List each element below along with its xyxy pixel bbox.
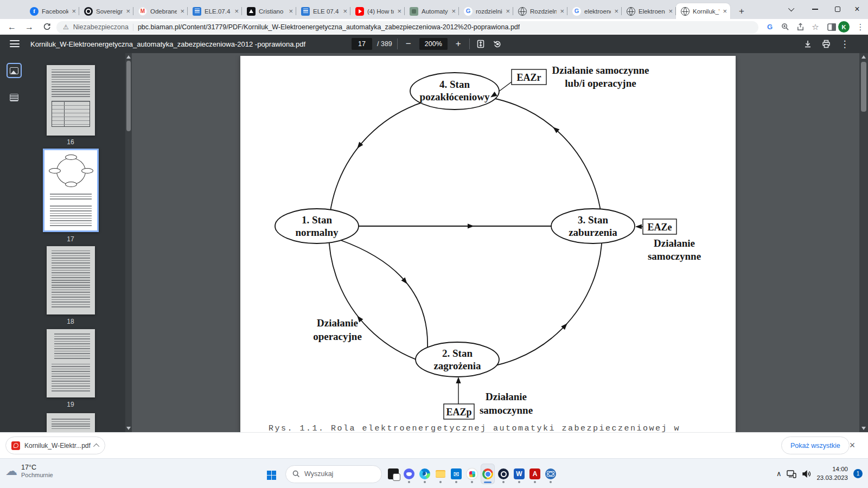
window-minimize-button[interactable] [804, 0, 826, 18]
tab-close-icon[interactable]: × [397, 8, 401, 15]
pdf-more-options-icon[interactable]: ⋮ [839, 38, 851, 50]
print-icon[interactable] [820, 38, 832, 50]
tab-title: Korniluk_W [693, 8, 719, 15]
browser-tab[interactable]: rozdzielnie × [459, 3, 513, 19]
taskbar-app-button[interactable] [465, 464, 479, 484]
page-thumbnail-partial[interactable] [47, 413, 95, 432]
scrollbar-thumb[interactable] [126, 61, 131, 131]
browser-tab[interactable]: Facebook × [25, 3, 79, 19]
tab-close-icon[interactable]: × [289, 8, 293, 15]
taskbar-app-button[interactable] [402, 464, 416, 484]
taskbar-app-button[interactable] [544, 464, 558, 484]
taskbar-app-button[interactable] [496, 464, 510, 484]
tab-close-icon[interactable]: × [180, 8, 184, 15]
taskbar-app-button[interactable] [528, 464, 542, 484]
tab-close-icon[interactable]: × [723, 8, 727, 15]
page-thumbnail-19[interactable] [47, 329, 95, 397]
notification-badge[interactable]: 1 [853, 469, 863, 478]
page-number-input[interactable] [352, 38, 372, 50]
address-bar[interactable]: ⚠ Niezabezpieczona pbc.biaman.pl/Content… [56, 21, 758, 34]
taskbar-app-button[interactable] [386, 464, 400, 484]
tab-title: Cristiano Ro [259, 8, 285, 15]
tray-chevron-up-icon[interactable]: ∧ [776, 470, 782, 478]
taskbar-app-button[interactable] [449, 464, 463, 484]
display-device-icon[interactable] [787, 470, 796, 478]
zoom-out-button[interactable]: − [403, 38, 414, 50]
download-chevron-up-icon[interactable] [93, 443, 99, 449]
scrollbar-thumb[interactable] [861, 62, 866, 112]
taskbar-app-button[interactable] [418, 464, 432, 484]
scroll-down-arrow[interactable] [126, 427, 131, 430]
rotate-button[interactable] [492, 38, 503, 50]
taskbar-app-icon [482, 468, 493, 479]
page-thumbnail-16[interactable] [47, 65, 95, 136]
taskbar-app-button[interactable] [481, 464, 495, 484]
fit-page-button[interactable] [475, 38, 487, 50]
weather-widget[interactable]: ☁ 17°C Pochmurnie [5, 463, 53, 479]
taskbar-app-icon [467, 468, 477, 479]
tab-close-icon[interactable]: × [72, 8, 76, 15]
reload-button[interactable] [39, 19, 54, 35]
tab-close-icon[interactable]: × [506, 8, 510, 15]
tab-close-icon[interactable]: × [234, 8, 239, 15]
page-thumbnail-18[interactable] [47, 246, 95, 314]
tab-close-icon[interactable]: × [451, 8, 456, 15]
pdf-menu-icon[interactable] [10, 40, 20, 47]
forward-button[interactable]: → [22, 19, 37, 35]
state4-line1: 4. Stan [439, 79, 470, 90]
show-all-downloads-button[interactable]: Pokaż wszystkie [781, 436, 850, 454]
scroll-up-arrow[interactable] [126, 55, 131, 59]
speaker-icon[interactable] [802, 470, 811, 478]
downloaded-file-button[interactable]: Korniluk_W-Elektr...pdf [5, 436, 105, 454]
profile-avatar[interactable]: K [838, 21, 850, 33]
taskbar-search[interactable]: Wyszukaj [285, 465, 382, 483]
sidebar-scrollbar[interactable] [125, 53, 132, 432]
shelf-close-icon[interactable]: × [844, 437, 860, 453]
start-button[interactable] [263, 465, 281, 483]
browser-tab[interactable]: (4) How to × [350, 3, 405, 19]
zoom-icon[interactable] [777, 19, 793, 35]
bookmark-star-icon[interactable]: ☆ [808, 19, 823, 35]
tab-close-icon[interactable]: × [126, 8, 130, 15]
tab-title: ELE 07.4 - E [313, 8, 340, 15]
tab-title: Facebook [42, 8, 68, 15]
taskbar-app-icon [451, 468, 462, 479]
state1-line1: 1. Stan [302, 214, 332, 226]
tab-close-icon[interactable]: × [614, 8, 618, 15]
zoom-in-button[interactable]: + [452, 38, 464, 50]
browser-menu-icon[interactable]: ⋮ [853, 19, 868, 35]
main-scrollbar[interactable] [859, 53, 868, 432]
browser-tab[interactable]: elektroener × [567, 3, 622, 19]
taskbar-app-button[interactable] [512, 464, 526, 484]
browser-tab[interactable]: Automatyka × [405, 3, 459, 19]
browser-tab[interactable]: ELE.07.4 EBC × [188, 3, 242, 19]
browser-tab[interactable]: Odebrane - × [133, 3, 188, 19]
taskbar-app-button[interactable] [433, 464, 448, 484]
side-panel-icon[interactable] [824, 19, 839, 35]
weather-condition: Pochmurnie [21, 472, 53, 479]
window-maximize-button[interactable] [827, 0, 848, 18]
browser-tab[interactable]: Cristiano Ro × [242, 3, 296, 19]
google-extension-icon[interactable]: G [762, 19, 777, 35]
window-menu-chevron-icon[interactable] [781, 0, 803, 18]
window-close-button[interactable]: × [846, 0, 868, 18]
page-thumbnail-17[interactable] [43, 149, 99, 232]
download-icon[interactable] [802, 38, 814, 50]
tab-close-icon[interactable]: × [668, 8, 673, 15]
back-button[interactable]: ← [4, 19, 20, 35]
share-icon[interactable] [793, 19, 808, 35]
new-tab-button[interactable]: + [735, 4, 749, 18]
tab-close-icon[interactable]: × [560, 8, 564, 15]
browser-tab[interactable]: Korniluk_W × [676, 3, 730, 19]
browser-tab[interactable]: Rozdzielnic × [513, 3, 567, 19]
scroll-up-arrow[interactable] [861, 55, 866, 59]
zoom-level-display[interactable]: 200% [419, 38, 448, 50]
browser-tab[interactable]: Sovereign S × [79, 3, 133, 19]
tab-close-icon[interactable]: × [343, 8, 347, 15]
browser-tab[interactable]: ELE 07.4 - E × [296, 3, 350, 19]
outline-view-icon[interactable] [7, 90, 22, 105]
browser-tab[interactable]: Elektroener × [622, 3, 676, 19]
taskbar-clock[interactable]: 14:00 23.03.2023 [816, 465, 848, 482]
scroll-down-arrow[interactable] [861, 427, 866, 430]
thumbnails-view-icon[interactable] [7, 63, 22, 78]
